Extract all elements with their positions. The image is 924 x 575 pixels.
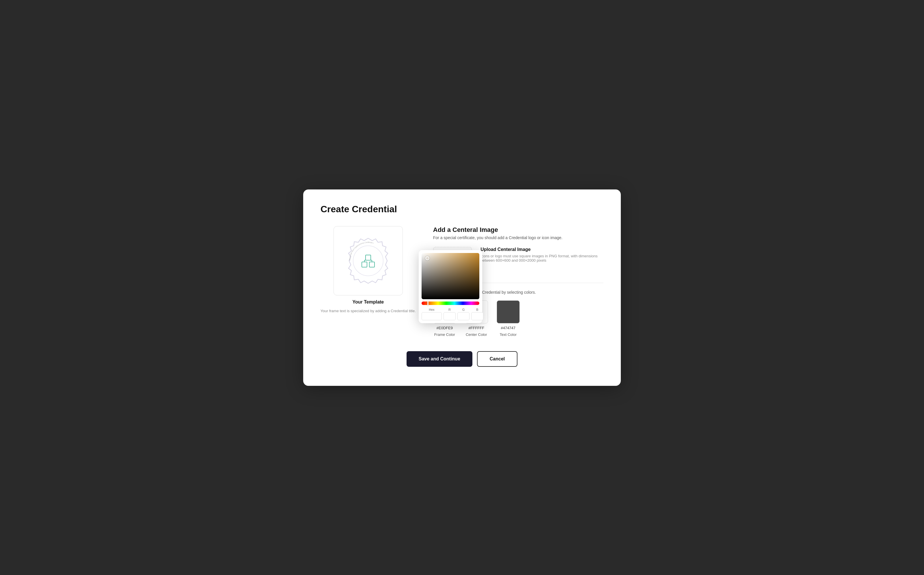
upload-label-title: Upload Centeral Image — [481, 247, 603, 252]
color-picker-popup: Hex R G B — [419, 250, 482, 323]
gradient-dark — [422, 253, 479, 299]
template-label: Your Template — [352, 300, 384, 305]
main-window: Create Credential — [303, 189, 621, 386]
frame-color-label: Frame Color — [434, 332, 455, 337]
badge-image: Blockchain and Cryptocurrency Certificat… — [344, 236, 393, 285]
picker-gradient[interactable] — [422, 253, 479, 299]
r-label: R — [448, 308, 451, 311]
text-color-label: Text Color — [500, 332, 517, 337]
template-card: Blockchain and Cryptocurrency Certificat… — [333, 226, 403, 295]
svg-text:Blockchain and Cryptocurrency : Blockchain and Cryptocurrency Certificat… — [344, 236, 374, 261]
center-color-label: Center Color — [466, 332, 487, 337]
g-label: G — [462, 308, 465, 311]
upload-label-section: Upload Centeral Image Icons or logo must… — [481, 247, 603, 262]
svg-rect-4 — [365, 255, 371, 260]
save-continue-button[interactable]: Save and Continue — [406, 351, 472, 367]
picker-b-group: B — [471, 308, 483, 320]
r-input[interactable] — [443, 312, 456, 320]
center-color-hex: #FFFFFF — [468, 326, 484, 330]
section-title: Add a Centeral Image — [433, 226, 603, 233]
template-desc: Your frame text is specialized by adding… — [321, 309, 416, 313]
b-label: B — [476, 308, 478, 311]
picker-hue-bar[interactable] — [422, 302, 479, 305]
upload-label-desc: Icons or logo must use square images in … — [481, 254, 603, 262]
picker-g-group: G — [457, 308, 470, 320]
g-input[interactable] — [457, 312, 470, 320]
picker-cursor — [425, 256, 429, 260]
text-color-swatch[interactable] — [497, 300, 520, 324]
picker-inputs: Hex R G B — [422, 308, 479, 320]
swatch-text: #474747 Text Color — [497, 300, 520, 337]
text-color-hex: #474747 — [501, 326, 515, 330]
frame-color-hex: #E0DFE9 — [437, 326, 453, 330]
svg-rect-2 — [362, 262, 367, 267]
hue-dot — [427, 301, 429, 306]
hex-label: Hex — [429, 308, 435, 311]
section-desc: For a special certificate, you should ad… — [433, 235, 603, 240]
hue-cursor — [427, 301, 429, 305]
b-input[interactable] — [471, 312, 483, 320]
cancel-button[interactable]: Cancel — [477, 351, 518, 367]
svg-marker-0 — [349, 238, 388, 283]
svg-rect-3 — [369, 262, 375, 267]
template-preview: Blockchain and Cryptocurrency Certificat… — [321, 226, 416, 313]
page-title: Create Credential — [321, 204, 603, 214]
button-row: Save and Continue Cancel — [321, 351, 603, 367]
hex-input[interactable] — [422, 312, 442, 320]
picker-hex-group: Hex — [422, 308, 442, 320]
picker-r-group: R — [443, 308, 456, 320]
svg-point-1 — [353, 246, 383, 276]
